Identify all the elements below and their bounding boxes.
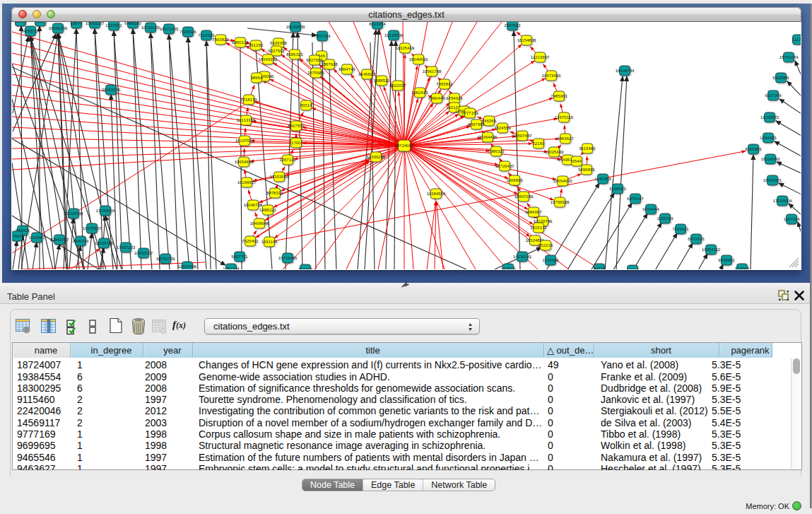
svg-text:3267130: 3267130	[279, 158, 296, 162]
svg-text:2718170: 2718170	[240, 98, 257, 102]
svg-text:8215955: 8215955	[745, 147, 762, 151]
svg-text:1640954: 1640954	[594, 177, 611, 181]
svg-text:15751074: 15751074	[779, 55, 799, 59]
svg-text:8322037: 8322037	[389, 83, 406, 88]
svg-text:13353594: 13353594	[270, 175, 289, 179]
svg-text:9245652: 9245652	[718, 258, 735, 262]
svg-text:16543382: 16543382	[259, 57, 278, 62]
svg-text:7357224: 7357224	[314, 34, 331, 38]
svg-text:17016504: 17016504	[773, 199, 792, 203]
svg-text:16107554: 16107554	[235, 139, 254, 143]
svg-text:16210643: 16210643	[761, 157, 780, 161]
svg-text:20364436: 20364436	[478, 135, 498, 139]
svg-text:8454749: 8454749	[339, 67, 355, 71]
svg-text:2935114: 2935114	[657, 216, 674, 221]
svg-text:6379197: 6379197	[627, 197, 644, 201]
svg-text:7485063: 7485063	[551, 94, 567, 98]
svg-text:9544: 9544	[572, 159, 582, 163]
svg-text:939154: 939154	[12, 234, 25, 238]
svg-text:1362615: 1362615	[411, 90, 428, 95]
svg-text:80314: 80314	[300, 103, 312, 107]
svg-text:1498222: 1498222	[259, 208, 276, 212]
svg-text:1115682: 1115682	[29, 235, 45, 240]
svg-text:7515526: 7515526	[180, 30, 196, 34]
svg-text:18977: 18977	[71, 22, 83, 25]
svg-text:9084067: 9084067	[525, 210, 542, 214]
svg-text:9777169: 9777169	[461, 111, 478, 115]
svg-text:7663822: 7663822	[212, 37, 229, 42]
svg-text:15720407: 15720407	[495, 164, 514, 168]
svg-text:12942737: 12942737	[50, 238, 69, 242]
svg-text:14136141: 14136141	[513, 255, 532, 259]
svg-text:1700: 1700	[291, 141, 301, 145]
svg-text:1691144: 1691144	[261, 240, 278, 244]
svg-text:17359924: 17359924	[96, 209, 115, 213]
svg-text:7955812: 7955812	[436, 82, 453, 86]
svg-text:18724007: 18724007	[395, 144, 414, 148]
svg-text:8427552: 8427552	[288, 124, 305, 128]
svg-text:19166827: 19166827	[237, 180, 257, 185]
svg-text:1615172: 1615172	[530, 226, 547, 230]
svg-text:16671355: 16671355	[160, 27, 179, 31]
svg-text:14055724: 14055724	[21, 29, 40, 33]
svg-text:19218506: 19218506	[384, 33, 404, 37]
svg-text:10654112: 10654112	[702, 247, 721, 252]
svg-text:10025433: 10025433	[545, 150, 564, 154]
svg-text:891295: 891295	[249, 43, 264, 47]
svg-text:7986322: 7986322	[488, 149, 505, 153]
svg-text:9327503: 9327503	[268, 49, 285, 53]
svg-text:94745: 94745	[627, 268, 639, 269]
svg-text:3675685: 3675685	[307, 71, 324, 75]
svg-text:15640910: 15640910	[409, 57, 428, 62]
svg-text:10719155: 10719155	[141, 25, 160, 30]
svg-text:1588520: 1588520	[373, 78, 390, 83]
svg-text:6794024: 6794024	[446, 96, 463, 100]
svg-text:8813054: 8813054	[369, 22, 386, 26]
svg-text:1145194: 1145194	[73, 239, 90, 243]
svg-text:16409948: 16409948	[250, 221, 269, 226]
svg-text:12505135: 12505135	[95, 241, 114, 245]
svg-text:15716485: 15716485	[278, 256, 298, 260]
svg-text:8990448: 8990448	[428, 96, 445, 100]
svg-text:8878332: 8878332	[266, 191, 283, 195]
svg-text:1068809: 1068809	[506, 178, 523, 182]
svg-text:62160: 62160	[533, 141, 545, 146]
svg-text:9115460: 9115460	[579, 146, 596, 151]
svg-text:20691406: 20691406	[49, 26, 68, 30]
svg-text:12213369: 12213369	[237, 118, 256, 122]
svg-text:19756928: 19756928	[551, 200, 570, 204]
svg-text:2687682: 2687682	[504, 23, 521, 28]
svg-text:18300295: 18300295	[367, 155, 386, 159]
svg-text:1167534: 1167534	[784, 217, 801, 221]
svg-text:924565: 924565	[735, 267, 750, 269]
svg-text:84716: 84716	[594, 267, 606, 269]
svg-text:17957223: 17957223	[117, 245, 136, 250]
svg-text:6897568: 6897568	[468, 122, 485, 127]
svg-text:16033809: 16033809	[286, 25, 305, 29]
svg-text:5938923: 5938923	[609, 187, 626, 191]
svg-text:8960124: 8960124	[232, 40, 249, 45]
svg-text:6466160: 6466160	[124, 22, 141, 25]
svg-text:8186323: 8186323	[286, 52, 303, 57]
svg-text:12213967: 12213967	[531, 55, 550, 59]
svg-text:9699695: 9699695	[578, 168, 595, 172]
svg-text:15692971: 15692971	[763, 178, 782, 182]
svg-text:11325419: 11325419	[396, 46, 415, 50]
svg-text:20053346: 20053346	[102, 88, 121, 92]
svg-text:19654943: 19654943	[235, 160, 254, 164]
svg-text:10958107: 10958107	[134, 251, 153, 255]
svg-text:19384554: 19384554	[427, 192, 446, 196]
svg-text:1527602: 1527602	[105, 23, 122, 28]
svg-text:12923446: 12923446	[178, 264, 197, 269]
svg-text:10653267: 10653267	[86, 22, 105, 25]
svg-text:20206538: 20206538	[64, 211, 83, 216]
svg-text:1244415: 1244415	[760, 136, 777, 140]
svg-text:19362: 19362	[15, 22, 27, 23]
svg-text:3624554: 3624554	[494, 126, 511, 130]
svg-text:19654923: 19654923	[553, 179, 572, 183]
svg-text:18807249: 18807249	[514, 194, 534, 199]
svg-text:9474444: 9474444	[642, 207, 659, 211]
svg-text:12093872: 12093872	[760, 115, 779, 119]
svg-text:9463627: 9463627	[557, 136, 574, 141]
svg-text:8471676: 8471676	[688, 237, 705, 241]
